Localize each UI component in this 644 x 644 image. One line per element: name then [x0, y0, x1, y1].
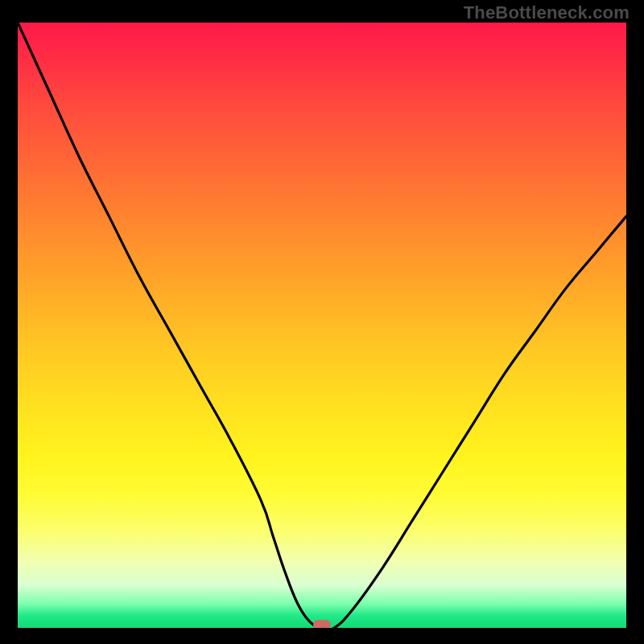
chart-frame: TheBottleneck.com — [0, 0, 644, 644]
watermark-text: TheBottleneck.com — [464, 2, 630, 23]
bottleneck-curve — [18, 23, 626, 628]
minimum-marker — [313, 620, 331, 628]
plot-area — [18, 23, 626, 628]
